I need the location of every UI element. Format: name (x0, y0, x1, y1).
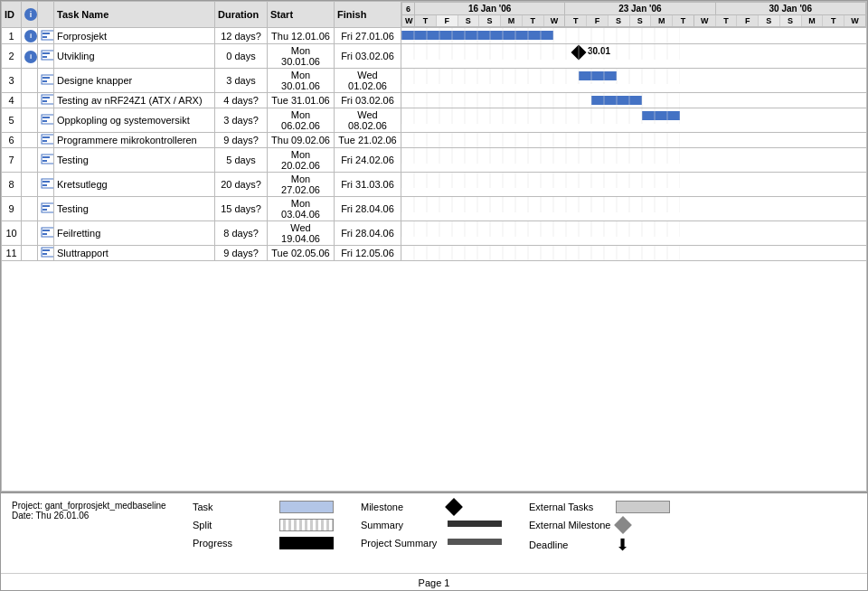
legend-col-2: Milestone Summary Project Summary (361, 501, 502, 549)
task-chart-cell (401, 28, 867, 44)
legend-split-bar (279, 519, 334, 531)
task-id: 8 (2, 173, 22, 197)
svg-rect-261 (42, 249, 50, 251)
legend-milestone-item: Milestone (361, 501, 502, 513)
task-icon2 (38, 221, 54, 246)
legend-ext-milestone-icon (614, 516, 632, 534)
svg-rect-286 (448, 521, 502, 527)
legend-col-1: Task Split Progress (193, 501, 334, 549)
task-finish: Fri 12.05.06 (335, 246, 401, 261)
legend-deadline-item: Deadline ⬇ (529, 537, 670, 553)
day-grid (401, 173, 680, 188)
task-icon2 (38, 197, 54, 221)
svg-rect-0 (42, 31, 54, 40)
table-row: 9Testing15 days?Mon 03.04.06Fri 28.04.06 (2, 197, 867, 221)
day-grid (401, 221, 680, 237)
col-icon2-header (38, 2, 54, 28)
task-start: Mon 30.01.06 (268, 44, 335, 69)
legend-task-label: Task (193, 502, 274, 512)
svg-rect-262 (42, 253, 47, 255)
task-name: Oppkopling og systemoversikt (54, 108, 215, 133)
legend-external-tasks-item: External Tasks (529, 501, 670, 513)
task-icon2 (38, 44, 54, 69)
task-chart-cell (401, 246, 867, 261)
task-icon1: i (22, 28, 38, 44)
col-duration-header: Duration (215, 2, 268, 28)
legend-progress-label: Progress (193, 538, 274, 549)
svg-rect-183 (42, 181, 50, 183)
task-finish: Fri 27.01.06 (335, 28, 401, 44)
task-chart-cell (401, 148, 867, 173)
task-id: 1 (2, 28, 22, 44)
page-footer: Page 1 (1, 573, 867, 590)
svg-rect-260 (42, 248, 54, 257)
legend-split-item: Split (193, 519, 334, 531)
legend-ext-milestone-label: External Milestone (529, 520, 611, 530)
legend-deadline-label: Deadline (529, 539, 610, 550)
legend-summary-item: Summary (361, 519, 502, 531)
svg-rect-236 (42, 233, 47, 235)
col-finish-header: Finish (335, 2, 401, 28)
task-start: Thu 12.01.06 (268, 28, 335, 44)
task-icon1 (22, 108, 38, 133)
svg-rect-105 (42, 117, 50, 118)
task-icon2 (38, 246, 54, 261)
legend-ext-milestone-item: External Milestone (529, 519, 670, 531)
task-id: 11 (2, 246, 22, 261)
task-icon2 (38, 69, 54, 93)
task-start: Mon 20.02.06 (268, 148, 335, 173)
task-icon1 (22, 93, 38, 108)
day-grid (401, 246, 680, 261)
project-info: Project: gant_forprosjekt_medbaseline Da… (12, 501, 175, 521)
task-icon2 (38, 93, 54, 108)
svg-rect-182 (42, 179, 54, 188)
table-row: 8Kretsutlegg20 days?Mon 27.02.06Fri 31.0… (2, 173, 867, 197)
task-finish: Fri 03.02.06 (335, 44, 401, 69)
task-start: Mon 03.04.06 (268, 197, 335, 221)
svg-rect-78 (42, 95, 54, 104)
svg-rect-289 (448, 539, 502, 545)
task-finish: Tue 21.02.06 (335, 133, 401, 148)
task-icon2 (38, 28, 54, 44)
task-duration: 20 days? (215, 173, 268, 197)
task-name: Testing av nRF24Z1 (ATX / ARX) (54, 93, 215, 108)
day-grid (401, 69, 680, 84)
svg-rect-210 (42, 209, 47, 211)
task-id: 2 (2, 44, 22, 69)
legend-task-bar (279, 501, 334, 513)
task-duration: 12 days? (215, 28, 268, 44)
svg-rect-235 (42, 230, 50, 231)
table-row: 1iForprosjekt12 days?Thu 12.01.06Fri 27.… (2, 28, 867, 44)
day-grid (401, 44, 680, 60)
svg-rect-79 (42, 97, 50, 98)
task-finish: Wed 08.02.06 (335, 108, 401, 133)
table-row: 7Testing5 daysMon 20.02.06Fri 24.02.06 (2, 148, 867, 173)
week-16jan: 16 Jan '06 (415, 3, 565, 15)
task-start: Mon 30.01.06 (268, 69, 335, 93)
task-icon2 (38, 133, 54, 148)
day-grid (401, 148, 680, 164)
legend-milestone-label: Milestone (361, 502, 442, 512)
svg-rect-52 (42, 75, 54, 84)
svg-rect-53 (42, 77, 50, 79)
task-start: Tue 31.01.06 (268, 93, 335, 108)
task-id: 7 (2, 148, 22, 173)
week-23jan: 23 Jan '06 (565, 3, 715, 15)
task-id: 5 (2, 108, 22, 133)
col-start-header: Start (268, 2, 335, 28)
task-name: Sluttrapport (54, 246, 215, 261)
col-taskname-header: Task Name (54, 2, 215, 28)
task-chart-cell (401, 173, 867, 197)
svg-rect-184 (42, 184, 47, 186)
task-icon1 (22, 173, 38, 197)
task-name: Utvikling (54, 44, 215, 69)
task-id: 9 (2, 197, 22, 221)
week-30jan: 30 Jan '06 (715, 3, 866, 15)
col-id-header: ID (2, 2, 22, 28)
task-icon2 (38, 108, 54, 133)
task-start: Wed 19.04.06 (268, 221, 335, 246)
task-id: 4 (2, 93, 22, 108)
task-duration: 5 days (215, 148, 268, 173)
week-group-row: ID i Task Name Duration Start Finish 6 (2, 2, 867, 28)
legend-milestone-diamond (445, 498, 463, 516)
